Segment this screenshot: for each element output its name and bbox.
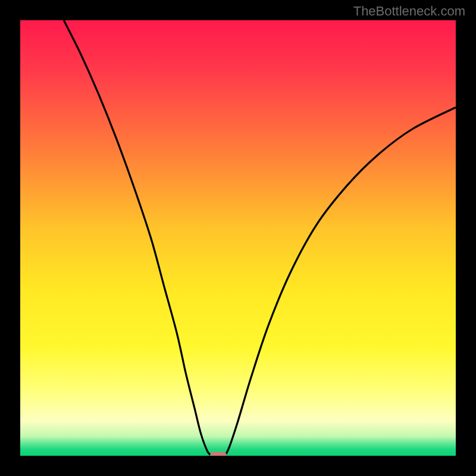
bottleneck-marker bbox=[210, 452, 227, 456]
left-branch-curve bbox=[64, 20, 212, 456]
curve-layer bbox=[20, 20, 456, 456]
watermark-text: TheBottleneck.com bbox=[353, 4, 465, 19]
right-branch-curve bbox=[225, 107, 456, 456]
plot-area bbox=[20, 20, 456, 456]
